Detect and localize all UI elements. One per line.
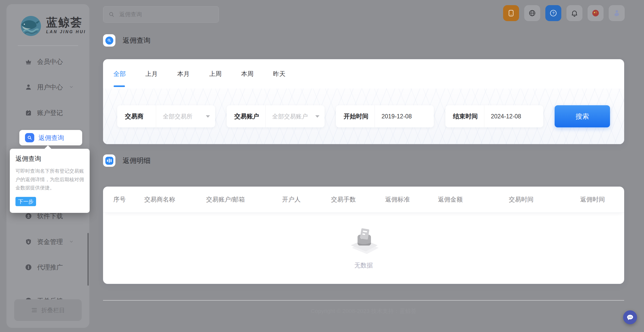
col-lots: 交易手数 xyxy=(331,195,385,204)
tablet-icon xyxy=(507,9,515,17)
broker-label: 交易商 xyxy=(117,112,156,120)
account-select[interactable]: 全部交易账户 xyxy=(266,112,325,120)
help-icon: ? xyxy=(549,9,557,17)
col-rebate-time: 返佣时间 xyxy=(580,195,624,204)
user-avatar-button[interactable] xyxy=(609,5,625,21)
query-filter-card: 全部 上月 本月 上周 本周 昨天 交易商 全部交易所 交易账户 全部交易账户 xyxy=(103,59,624,144)
tab-this-month[interactable]: 本月 xyxy=(177,59,190,89)
detail-title-row: 返佣明细 xyxy=(103,154,150,167)
search-icon xyxy=(108,11,115,18)
tab-this-week[interactable]: 本周 xyxy=(241,59,253,89)
app-screen: 蓝鲸荟 LAN JING HUI 会员中心 用户中心 账户登记 返佣查询 软件 xyxy=(0,0,644,332)
sidebar-item-label: 用户中心 xyxy=(37,83,63,91)
bell-icon xyxy=(571,9,578,17)
sidebar-item-funds-management[interactable]: 资金管理 xyxy=(25,237,74,247)
search-button[interactable]: 搜索 xyxy=(555,105,610,127)
svg-text:?: ? xyxy=(552,11,554,15)
detail-title: 返佣明细 xyxy=(123,156,150,165)
select-arrow-icon xyxy=(315,115,319,118)
account-select-value: 全部交易账户 xyxy=(272,112,308,120)
start-date-input[interactable]: 2019-12-08 xyxy=(375,113,434,120)
global-search[interactable] xyxy=(103,6,219,23)
start-date-label: 开始时间 xyxy=(336,112,375,120)
sidebar-item-member-center[interactable]: 会员中心 xyxy=(25,56,63,67)
china-flag-icon xyxy=(591,9,600,17)
collapse-menu-button[interactable]: 折叠栏目 xyxy=(14,299,82,321)
sidebar-item-label: 软件下载 xyxy=(37,212,63,220)
language-button[interactable] xyxy=(524,5,540,21)
col-rebate-standard: 返佣标准 xyxy=(385,195,438,204)
no-data-icon xyxy=(347,227,380,256)
sidebar-item-account-register[interactable]: 账户登记 xyxy=(25,108,63,118)
broker-select-value: 全部交易所 xyxy=(163,112,192,120)
notifications-button[interactable] xyxy=(566,5,582,21)
end-date-filter: 结束时间 2024-12-08 xyxy=(445,105,543,127)
col-trade-time: 交易时间 xyxy=(509,195,580,204)
tab-yesterday[interactable]: 昨天 xyxy=(273,59,285,89)
page-title-chip xyxy=(103,34,115,47)
start-date-filter: 开始时间 2019-12-08 xyxy=(336,105,434,127)
chevron-down-icon xyxy=(69,85,74,89)
tab-last-week[interactable]: 上周 xyxy=(209,59,222,89)
detail-title-chip xyxy=(103,154,115,167)
avatar-icon xyxy=(612,9,621,18)
collapse-menu-label: 折叠栏目 xyxy=(41,306,65,314)
filter-zone: 交易商 全部交易所 交易账户 全部交易账户 开始时间 2019-12-08 xyxy=(103,89,624,144)
tour-tooltip: 返佣查询 可即时查询名下所有登记交易账户的返佣详情，为您后期核对佣金数据提供便捷… xyxy=(10,149,90,213)
search-input[interactable] xyxy=(119,11,205,18)
download-icon xyxy=(25,213,32,220)
globe-icon xyxy=(528,9,536,17)
tour-description: 可即时查询名下所有登记交易账户的返佣详情，为您后期核对佣金数据提供便捷。 xyxy=(15,167,84,192)
locale-flag-button[interactable] xyxy=(588,5,604,21)
sidebar-divider xyxy=(18,45,78,46)
end-date-input[interactable]: 2024-12-08 xyxy=(484,113,543,120)
sidebar-item-label: 会员中心 xyxy=(37,57,63,66)
chat-bubble-icon xyxy=(626,313,634,321)
select-arrow-icon xyxy=(206,115,210,118)
bar-chart-icon xyxy=(105,157,113,165)
footer-divider xyxy=(103,300,624,301)
broker-select[interactable]: 全部交易所 xyxy=(156,112,215,120)
brand-name-cn: 蓝鲸荟 xyxy=(46,17,86,28)
shield-yuan-icon xyxy=(25,238,32,245)
help-button[interactable]: ? xyxy=(545,5,561,21)
tab-all[interactable]: 全部 xyxy=(113,59,126,89)
brand-logo: 蓝鲸荟 LAN JING HUI xyxy=(19,13,86,38)
whale-logo-icon xyxy=(19,13,43,38)
rebate-query-icon xyxy=(105,37,113,45)
page-title: 返佣查询 xyxy=(123,36,150,45)
sidebar-item-rebate-query-active[interactable]: 返佣查询 xyxy=(19,130,82,145)
live-chat-button[interactable] xyxy=(623,310,637,324)
tab-last-month[interactable]: 上月 xyxy=(145,59,158,89)
tour-next-button[interactable]: 下一步 xyxy=(15,197,36,206)
sidebar-scrollbar-thumb[interactable] xyxy=(87,233,89,286)
rebate-detail-card: 序号 交易商名称 交易账户/邮箱 开户人 交易手数 返佣标准 返佣金额 交易时间… xyxy=(103,187,624,284)
tour-title: 返佣查询 xyxy=(15,154,84,163)
end-date-label: 结束时间 xyxy=(445,112,484,120)
calendar-icon xyxy=(25,109,32,116)
agent-tie-icon xyxy=(25,264,32,271)
col-index: 序号 xyxy=(113,195,144,204)
col-account-holder: 开户人 xyxy=(282,195,331,204)
empty-state-text: 无数据 xyxy=(354,261,373,269)
page-title-row: 返佣查询 xyxy=(103,34,150,47)
sidebar-item-label: 代理推广 xyxy=(37,263,63,272)
header-icon-row: ? xyxy=(503,5,625,21)
mobile-app-button[interactable] xyxy=(503,5,519,21)
table-header-row: 序号 交易商名称 交易账户/邮箱 开户人 交易手数 返佣标准 返佣金额 交易时间… xyxy=(103,187,624,213)
brand-name-en: LAN JING HUI xyxy=(46,30,86,34)
sidebar-item-user-center[interactable]: 用户中心 xyxy=(25,82,74,92)
empty-state: 无数据 xyxy=(103,213,624,284)
sidebar-item-agent-promotion[interactable]: 代理推广 xyxy=(25,262,63,272)
chevron-down-icon xyxy=(69,239,74,244)
col-account-email: 交易账户/邮箱 xyxy=(206,195,282,204)
broker-filter: 交易商 全部交易所 xyxy=(117,105,215,127)
person-icon xyxy=(25,84,32,91)
rebate-search-icon xyxy=(25,133,34,142)
copyright-text: Copyright © 2008-2023 技术支持：蓝鲸荟 xyxy=(103,307,624,315)
crown-icon xyxy=(25,58,32,65)
account-filter: 交易账户 全部交易账户 xyxy=(227,105,325,127)
col-broker-name: 交易商名称 xyxy=(144,195,206,204)
collapse-icon xyxy=(31,307,38,313)
account-label: 交易账户 xyxy=(227,112,265,120)
